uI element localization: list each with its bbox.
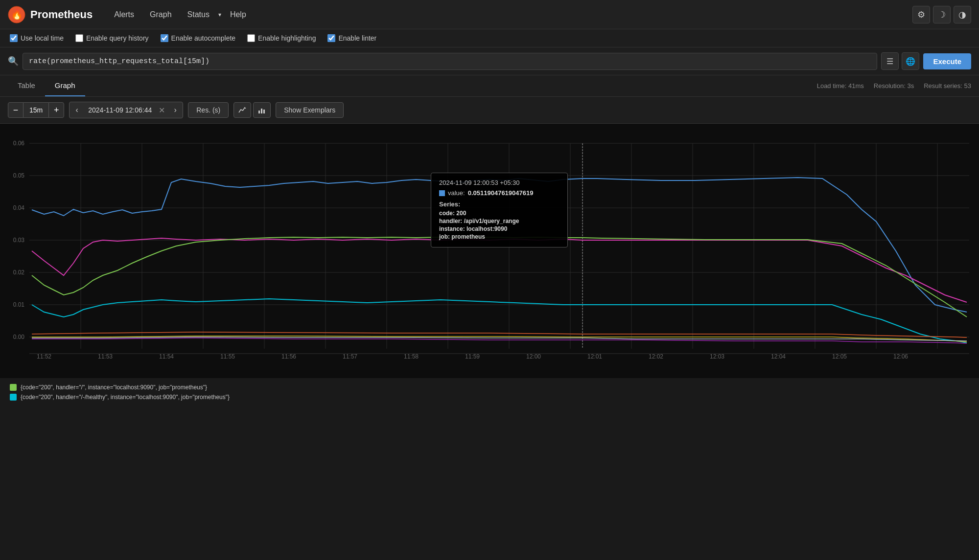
query-actions: ☰ 🌐 [881,52,919,70]
query-history-label: Enable query history [86,34,149,42]
autocomplete-input[interactable] [161,34,168,42]
chart-type-btns [233,102,271,118]
range-control: − 15m + [8,102,64,118]
tab-graph[interactable]: Graph [45,75,85,96]
range-value: 15m [23,102,48,118]
execute-button[interactable]: Execute [923,53,971,69]
svg-text:12:06: 12:06 [893,353,908,360]
contrast-btn[interactable]: ◑ [954,6,971,23]
svg-text:12:00: 12:00 [526,353,541,360]
autocomplete-checkbox[interactable]: Enable autocomplete [161,34,236,42]
legend: {code="200", handler="/", instance="loca… [0,378,979,406]
tab-table[interactable]: Table [8,75,45,96]
svg-text:11:57: 11:57 [343,353,357,360]
legend-item-1[interactable]: {code="200", handler="/", instance="loca… [10,384,969,391]
graph-controls: − 15m + ‹ 2024-11-09 12:06:44 ✕ › Res. (… [0,97,979,124]
datetime-prev-btn[interactable]: ‹ [70,102,84,118]
nav-help[interactable]: Help [223,6,253,23]
svg-text:0.03: 0.03 [13,237,25,244]
svg-text:11:58: 11:58 [404,353,419,360]
brand: 🔥 Prometheus [8,6,93,23]
result-series: Result series: 53 [924,82,971,90]
highlighting-label: Enable highlighting [258,34,316,42]
legend-item-2[interactable]: {code="200", handler="/-/healthy", insta… [10,394,969,401]
stacked-chart-icon [257,106,266,114]
use-local-time-input[interactable] [10,34,18,42]
nav-icon-group: ⚙ ☽ ◑ [912,6,971,23]
settings-bar: Use local time Enable query history Enab… [0,29,979,47]
datetime-control: ‹ 2024-11-09 12:06:44 ✕ › [69,102,183,118]
query-bar: 🔍 ☰ 🌐 Execute [0,47,979,75]
svg-text:11:56: 11:56 [281,353,296,360]
legend-color-1 [10,384,17,391]
svg-text:11:54: 11:54 [159,353,174,360]
svg-text:0.01: 0.01 [13,301,25,308]
chart-container: 0.06 0.05 0.04 0.03 0.02 0.01 0.00 11:52… [0,124,979,378]
svg-text:🔥: 🔥 [11,8,23,20]
resolution-btn[interactable]: Res. (s) [188,102,229,118]
svg-text:12:04: 12:04 [771,353,786,360]
svg-text:0.04: 0.04 [13,204,25,211]
use-local-time-checkbox[interactable]: Use local time [10,34,64,42]
use-local-time-label: Use local time [21,34,64,42]
legend-color-2 [10,394,17,401]
svg-text:12:01: 12:01 [587,353,602,360]
tabs-bar: Table Graph Load time: 41ms Resolution: … [0,75,979,97]
settings-icon-btn[interactable]: ⚙ [912,6,930,23]
prometheus-logo: 🔥 [8,6,25,23]
svg-text:12:02: 12:02 [649,353,663,360]
svg-rect-4 [263,110,265,113]
svg-text:11:55: 11:55 [220,353,235,360]
datetime-next-btn[interactable]: › [168,102,183,118]
autocomplete-label: Enable autocomplete [171,34,236,42]
nav-alerts[interactable]: Alerts [107,6,141,23]
chart-svg: 0.06 0.05 0.04 0.03 0.02 0.01 0.00 11:52… [0,124,979,378]
svg-text:11:59: 11:59 [465,353,480,360]
brand-name: Prometheus [30,8,93,21]
linter-input[interactable] [327,34,335,42]
load-time: Load time: 41ms [817,82,864,90]
linter-checkbox[interactable]: Enable linter [327,34,376,42]
datetime-clear-btn[interactable]: ✕ [156,106,168,115]
svg-rect-2 [258,111,260,113]
search-icon: 🔍 [8,56,19,67]
legend-label-2: {code="200", handler="/-/healthy", insta… [21,394,230,401]
query-input[interactable] [23,53,877,70]
line-chart-icon [238,106,247,114]
theme-moon-btn[interactable]: ☽ [933,6,951,23]
nav-status-link[interactable]: Status [181,6,216,23]
nav-links: Alerts Graph Status ▾ Help [107,6,912,23]
query-history-checkbox[interactable]: Enable query history [75,34,149,42]
svg-text:0.02: 0.02 [13,269,25,276]
svg-text:0.06: 0.06 [13,140,25,147]
show-exemplars-btn[interactable]: Show Exemplars [276,102,344,118]
range-minus-btn[interactable]: − [8,102,23,118]
svg-text:0.05: 0.05 [13,172,25,179]
query-history-input[interactable] [75,34,83,42]
svg-text:0.00: 0.00 [13,334,25,340]
datetime-value: 2024-11-09 12:06:44 [84,106,156,114]
highlighting-checkbox[interactable]: Enable highlighting [247,34,316,42]
svg-text:11:53: 11:53 [98,353,113,360]
linter-label: Enable linter [338,34,376,42]
legend-label-1: {code="200", handler="/", instance="loca… [21,384,207,391]
svg-text:11:52: 11:52 [37,353,51,360]
metric-explorer-btn[interactable]: 🌐 [902,52,919,70]
resolution: Resolution: 3s [874,82,914,90]
nav-status[interactable]: Status ▾ [181,6,221,23]
svg-text:12:03: 12:03 [710,353,724,360]
chevron-down-icon: ▾ [218,11,221,18]
line-chart-btn[interactable] [233,102,251,118]
format-btn[interactable]: ☰ [881,52,899,70]
tab-meta: Load time: 41ms Resolution: 3s Result se… [817,76,971,95]
highlighting-input[interactable] [247,34,255,42]
svg-rect-3 [261,109,262,113]
stacked-chart-btn[interactable] [253,102,271,118]
nav-graph[interactable]: Graph [143,6,178,23]
svg-text:12:05: 12:05 [832,353,847,360]
range-plus-btn[interactable]: + [48,102,64,118]
navbar: 🔥 Prometheus Alerts Graph Status ▾ Help … [0,0,979,29]
